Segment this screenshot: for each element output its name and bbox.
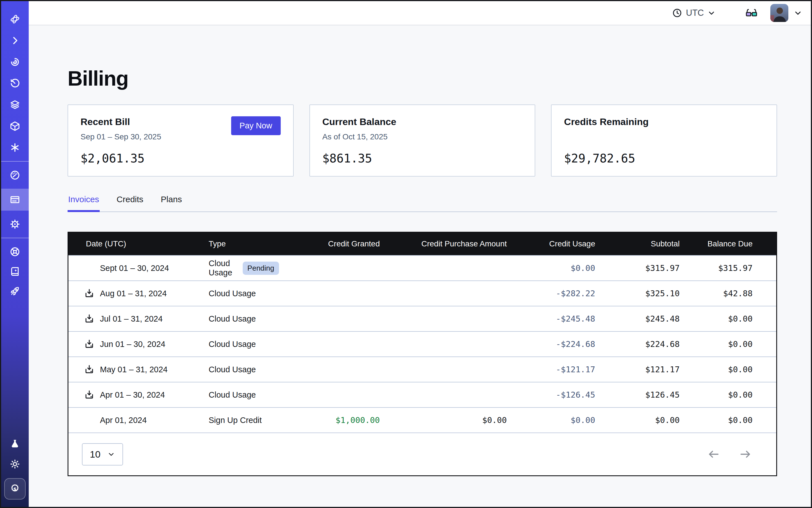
chevron-down-icon: [707, 9, 716, 17]
invoice-date: Apr 01 – 30, 2024: [100, 390, 165, 399]
column-header-credit-granted: Credit Granted: [279, 239, 380, 248]
account-menu-chevron-icon[interactable]: [794, 8, 803, 17]
table-row: Aug 01 – 31, 2024 Cloud Usage -$282.22 $…: [69, 281, 776, 306]
tab-credits[interactable]: Credits: [116, 195, 144, 211]
layers-icon[interactable]: [9, 98, 21, 111]
invoice-type: Cloud Usage: [209, 259, 238, 278]
column-header-subtotal: Subtotal: [595, 239, 680, 248]
table-footer: 10: [69, 432, 776, 475]
download-invoice-icon[interactable]: [83, 363, 95, 376]
sidebar-item-billing[interactable]: [1, 189, 29, 211]
docs-book-icon[interactable]: [9, 265, 21, 278]
subtotal-cell: $0.00: [595, 415, 680, 425]
asterisk-icon[interactable]: [9, 141, 21, 154]
credit-usage-cell: -$282.22: [507, 289, 595, 298]
balance-as-of: As of Oct 15, 2025: [323, 132, 522, 142]
subtotal-cell: $126.45: [595, 390, 680, 399]
cube-icon[interactable]: [9, 120, 21, 132]
pay-now-button[interactable]: Pay Now: [231, 116, 281, 135]
next-page-icon[interactable]: [738, 448, 752, 461]
credit-usage-cell: $0.00: [507, 415, 595, 425]
balance-due-cell: $42.88: [680, 289, 753, 298]
settings-gear-icon[interactable]: [9, 218, 21, 230]
invoice-date: Jun 01 – 30, 2024: [100, 340, 165, 349]
column-header-credit-usage: Credit Usage: [507, 239, 595, 248]
invoice-date: Jul 01 – 31, 2024: [100, 314, 163, 324]
page-title: Billing: [68, 67, 777, 90]
timezone-label: UTC: [686, 8, 704, 18]
credit-usage-cell: -$224.68: [507, 339, 595, 349]
credits-dollar-badge-button[interactable]: $: [4, 478, 26, 500]
download-placeholder: [83, 414, 95, 426]
credits-remaining-card: Credits Remaining $29,782.65: [551, 104, 777, 177]
content: Billing Recent Bill Sep 01 – Sep 30, 202…: [29, 25, 811, 476]
previous-page-icon[interactable]: [707, 448, 721, 461]
expand-chevron-icon[interactable]: [9, 34, 21, 47]
balance-due-cell: $0.00: [680, 339, 753, 349]
invoices-table: Date (UTC) Type Credit Granted Credit Pu…: [68, 232, 777, 476]
usage-gauge-icon[interactable]: [9, 169, 21, 181]
column-header-credit-purchase: Credit Purchase Amount: [380, 239, 507, 248]
credits-remaining-amount: $29,782.65: [564, 152, 764, 165]
clock-icon: [672, 8, 682, 18]
page-size-select[interactable]: 10: [82, 443, 123, 465]
recent-bill-amount: $2,061.35: [81, 152, 281, 165]
balance-due-cell: $315.97: [680, 263, 753, 273]
table-header-row: Date (UTC) Type Credit Granted Credit Pu…: [69, 232, 776, 255]
launch-rocket-icon[interactable]: [9, 285, 21, 297]
sidebar-divider: [1, 161, 29, 162]
subtotal-cell: $315.97: [595, 263, 680, 273]
spiral-icon[interactable]: [9, 56, 21, 68]
sidebar-top-group: [9, 1, 21, 154]
download-invoice-icon[interactable]: [83, 389, 95, 401]
invoice-type: Cloud Usage: [209, 340, 256, 349]
billing-card-icon: [9, 194, 21, 206]
table-row: Sept 01 – 30, 2024 Cloud Usage Pending $…: [69, 255, 776, 281]
credit-usage-cell: -$126.45: [507, 390, 595, 399]
invoice-date: May 01 – 31, 2024: [100, 365, 168, 374]
download-invoice-icon[interactable]: [83, 338, 95, 350]
card-title: Credits Remaining: [564, 116, 764, 127]
balance-due-cell: $0.00: [680, 390, 753, 399]
invoice-type: Cloud Usage: [209, 314, 256, 324]
timezone-selector[interactable]: UTC: [672, 8, 716, 18]
card-sub-spacer: [564, 132, 764, 142]
balance-due-cell: $0.00: [680, 415, 753, 425]
table-row: Apr 01 – 30, 2024 Cloud Usage -$126.45 $…: [69, 382, 776, 407]
subtotal-cell: $121.17: [595, 365, 680, 374]
credit-usage-cell: -$245.48: [507, 314, 595, 324]
orbit-logo-icon[interactable]: [9, 13, 21, 25]
table-row: Jun 01 – 30, 2024 Cloud Usage -$224.68 $…: [69, 331, 776, 356]
column-header-balance-due: Balance Due: [680, 239, 753, 248]
avatar[interactable]: [770, 4, 788, 22]
invoice-type: Sign Up Credit: [209, 416, 262, 425]
card-title: Current Balance: [323, 116, 522, 127]
page-size-value: 10: [90, 449, 100, 460]
theme-sun-icon[interactable]: [9, 458, 21, 470]
tab-plans[interactable]: Plans: [160, 195, 182, 211]
labs-flask-icon[interactable]: [9, 437, 21, 450]
subtotal-cell: $224.68: [595, 339, 680, 349]
svg-text:$: $: [13, 486, 16, 492]
tab-invoices[interactable]: Invoices: [68, 195, 100, 211]
column-header-type: Type: [209, 239, 279, 248]
invoice-date: Sept 01 – 30, 2024: [100, 263, 169, 273]
sidebar-resources-group: [9, 246, 21, 297]
status-badge: Pending: [243, 262, 279, 275]
billing-tabs: Invoices Credits Plans: [68, 195, 777, 212]
invoice-type: Cloud Usage: [209, 289, 256, 298]
summary-cards: Recent Bill Sep 01 – Sep 30, 2025 $2,061…: [68, 104, 777, 177]
credit-purchase-cell: $0.00: [380, 415, 507, 425]
sidebar-account-group: [1, 169, 29, 230]
recent-bill-card: Recent Bill Sep 01 – Sep 30, 2025 $2,061…: [68, 104, 294, 177]
main-area: UTC: [29, 1, 811, 507]
download-invoice-icon[interactable]: [83, 312, 95, 325]
sidebar: $: [1, 1, 29, 507]
topbar: UTC: [29, 1, 811, 25]
support-wheel-icon[interactable]: [9, 246, 21, 258]
table-row: May 01 – 31, 2024 Cloud Usage -$121.17 $…: [69, 356, 776, 382]
glasses-icon[interactable]: [745, 6, 758, 19]
history-timer-icon[interactable]: [9, 77, 21, 90]
download-invoice-icon[interactable]: [83, 287, 95, 300]
sidebar-bottom-group: $: [4, 437, 26, 507]
